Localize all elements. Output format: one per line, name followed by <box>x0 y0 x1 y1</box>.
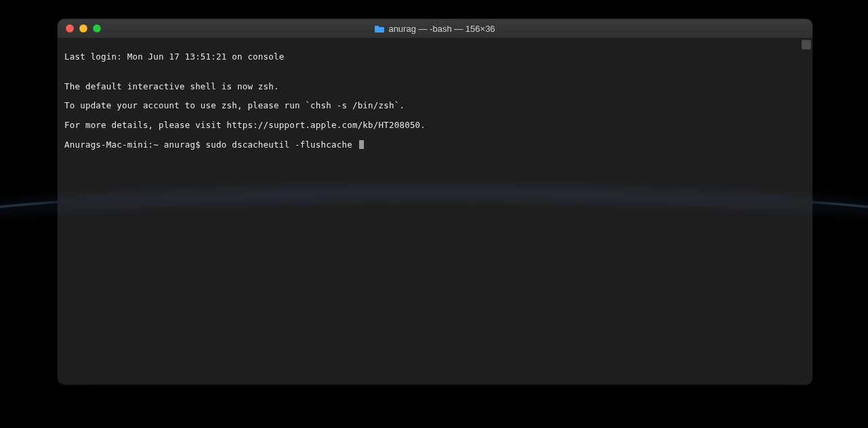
desktop-background: anurag — -bash — 156×36 Last login: Mon … <box>0 0 868 428</box>
zoom-button[interactable] <box>93 24 101 33</box>
terminal-line: For more details, please visit https://s… <box>64 121 806 130</box>
folder-icon <box>375 25 384 33</box>
terminal-line: Last login: Mon Jun 17 13:51:21 on conso… <box>64 52 806 62</box>
cursor-icon <box>359 140 364 149</box>
terminal-window[interactable]: anurag — -bash — 156×36 Last login: Mon … <box>58 19 812 385</box>
shell-command-input[interactable]: sudo dscacheutil -flushcache <box>206 140 358 150</box>
window-title-text: anurag — -bash — 156×36 <box>388 24 495 34</box>
window-title: anurag — -bash — 156×36 <box>58 24 812 34</box>
terminal-output[interactable]: Last login: Mon Jun 17 13:51:21 on conso… <box>58 39 812 385</box>
minimize-button[interactable] <box>79 24 87 33</box>
window-controls <box>58 24 101 33</box>
terminal-line: The default interactive shell is now zsh… <box>64 82 806 91</box>
close-button[interactable] <box>66 24 74 33</box>
terminal-line: To update your account to use zsh, pleas… <box>64 101 806 110</box>
scrollbar-thumb[interactable] <box>802 40 811 49</box>
shell-prompt: Anurags-Mac-mini:~ anurag$ <box>64 140 206 150</box>
window-titlebar[interactable]: anurag — -bash — 156×36 <box>58 19 812 39</box>
